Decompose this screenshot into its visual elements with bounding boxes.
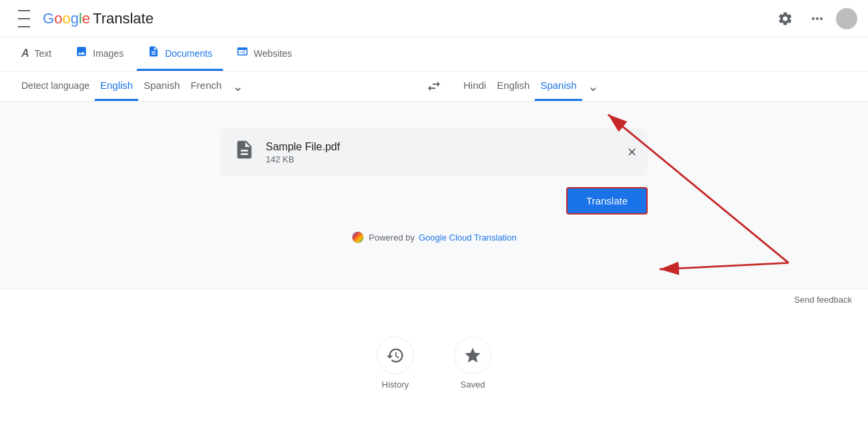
gear-icon — [777, 11, 793, 27]
file-size: 142 KB — [266, 154, 634, 164]
star-icon — [463, 346, 482, 365]
close-file-button[interactable]: ✕ — [624, 142, 640, 162]
tab-text[interactable]: A Text — [11, 39, 62, 69]
history-item[interactable]: History — [377, 337, 414, 390]
logo-brand: Translate — [93, 10, 154, 27]
tab-images-label: Images — [93, 48, 124, 59]
file-info: Sample File.pdf 142 KB — [266, 141, 634, 164]
saved-item[interactable]: Saved — [454, 337, 491, 390]
powered-by-text: Powered by — [369, 233, 415, 243]
grid-button[interactable] — [804, 5, 831, 32]
svg-line-2 — [660, 263, 789, 269]
source-lang-dropdown-btn[interactable]: ⌄ — [227, 73, 249, 100]
source-lang-section: Detect language English Spanish French ⌄ — [16, 71, 410, 101]
tab-text-label: Text — [35, 48, 52, 59]
header-right — [772, 5, 857, 32]
saved-circle-icon — [454, 337, 491, 374]
translate-row: Translate — [220, 187, 648, 214]
swap-icon — [426, 78, 442, 94]
tab-documents[interactable]: Documents — [137, 37, 223, 71]
history-circle-icon — [377, 337, 414, 374]
websites-icon — [236, 45, 248, 61]
cloud-icon — [351, 231, 365, 244]
source-spanish-btn[interactable]: Spanish — [138, 71, 185, 101]
main-content: Sample File.pdf 142 KB ✕ Translate Power… — [0, 102, 868, 289]
tab-websites[interactable]: Websites — [226, 37, 302, 71]
logo-e: e — [82, 10, 90, 27]
target-hindi-btn[interactable]: Hindi — [458, 71, 491, 101]
logo-o2: o — [62, 10, 70, 27]
tab-documents-label: Documents — [165, 48, 212, 59]
header: Google Translate — [0, 0, 868, 37]
menu-button[interactable] — [11, 5, 37, 32]
images-icon — [75, 45, 87, 61]
language-bar: Detect language English Spanish French ⌄… — [0, 71, 868, 102]
tab-images[interactable]: Images — [65, 37, 134, 71]
target-lang-dropdown-btn[interactable]: ⌄ — [582, 73, 604, 100]
powered-by: Powered by Google Cloud Translation — [16, 231, 852, 244]
source-english-btn[interactable]: English — [95, 71, 138, 101]
grid-icon — [809, 11, 825, 27]
swap-languages-btn[interactable] — [410, 73, 458, 100]
translate-button[interactable]: Translate — [566, 187, 648, 214]
logo: Google Translate — [43, 10, 154, 27]
target-spanish-btn[interactable]: Spanish — [535, 71, 582, 101]
detect-language-btn[interactable]: Detect language — [16, 72, 95, 101]
tab-websites-label: Websites — [254, 48, 292, 59]
source-french-btn[interactable]: French — [185, 71, 227, 101]
file-card: Sample File.pdf 142 KB ✕ — [220, 128, 648, 176]
header-left: Google Translate — [11, 5, 154, 32]
file-icon — [234, 139, 255, 166]
history-label: History — [382, 380, 409, 390]
documents-icon — [148, 45, 160, 61]
avatar[interactable] — [836, 8, 857, 29]
logo-g2: g — [71, 10, 79, 27]
target-english-btn[interactable]: English — [491, 71, 535, 101]
history-icon — [386, 346, 405, 365]
cloud-translation-link[interactable]: Google Cloud Translation — [419, 233, 517, 243]
file-name: Sample File.pdf — [266, 141, 634, 153]
text-icon: A — [21, 47, 29, 59]
saved-label: Saved — [461, 380, 485, 390]
target-lang-section: Hindi English Spanish ⌄ — [458, 71, 852, 101]
send-feedback[interactable]: Send feedback — [0, 289, 868, 310]
logo-g: G — [43, 10, 54, 27]
tabs-bar: A Text Images Documents Websites — [0, 37, 868, 71]
bottom-section: History Saved — [0, 310, 868, 403]
settings-button[interactable] — [772, 5, 799, 32]
logo-o1: o — [54, 10, 62, 27]
